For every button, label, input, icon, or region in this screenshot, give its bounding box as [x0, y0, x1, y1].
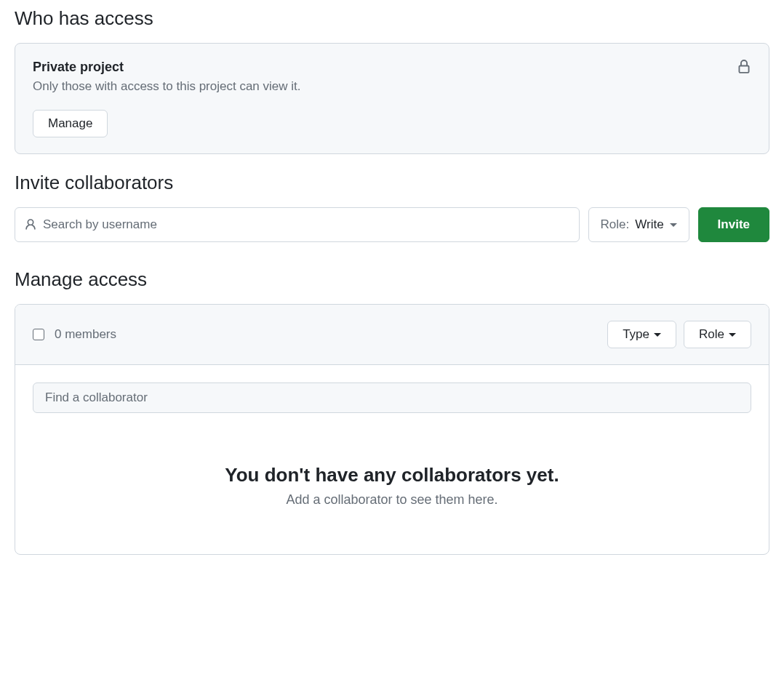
access-card-description: Only those with access to this project c…	[33, 79, 301, 94]
empty-state: You don't have any collaborators yet. Ad…	[33, 413, 751, 537]
caret-down-icon	[654, 333, 661, 337]
manage-access-button[interactable]: Manage	[33, 110, 108, 137]
lock-icon	[737, 60, 751, 74]
manage-access-heading: Manage access	[15, 268, 769, 291]
caret-down-icon	[729, 333, 736, 337]
role-filter-button[interactable]: Role	[684, 321, 751, 348]
role-filter-label: Role	[699, 327, 724, 342]
role-selector[interactable]: Role: Write	[588, 207, 689, 242]
type-filter-button[interactable]: Type	[607, 321, 676, 348]
invite-row: Role: Write Invite	[15, 207, 769, 242]
find-collaborator-input[interactable]	[33, 382, 751, 413]
manage-panel-header: 0 members Type Role	[15, 305, 769, 365]
username-search-input[interactable]	[37, 217, 570, 232]
role-value: Write	[635, 217, 663, 232]
who-has-access-heading: Who has access	[15, 7, 769, 30]
person-icon	[24, 218, 37, 231]
empty-state-title: You don't have any collaborators yet.	[47, 464, 737, 486]
username-search-wrap[interactable]	[15, 207, 580, 242]
empty-state-description: Add a collaborator to see them here.	[47, 492, 737, 508]
role-prefix-label: Role:	[601, 217, 630, 232]
manage-access-panel: 0 members Type Role You don't have any c…	[15, 304, 769, 555]
invite-button[interactable]: Invite	[698, 207, 769, 242]
access-card: Private project Only those with access t…	[15, 43, 769, 154]
access-card-title: Private project	[33, 60, 301, 75]
caret-down-icon	[670, 223, 677, 227]
members-count: 0 members	[55, 327, 116, 342]
select-all-checkbox[interactable]	[33, 329, 44, 340]
type-filter-label: Type	[623, 327, 649, 342]
invite-heading: Invite collaborators	[15, 172, 769, 194]
